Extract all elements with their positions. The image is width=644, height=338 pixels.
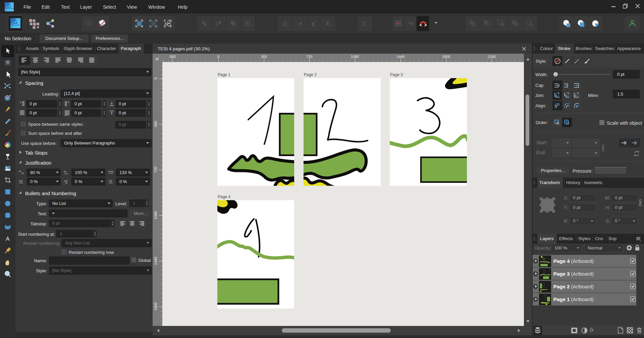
svg-text:Az: Az — [64, 170, 66, 173]
svg-text:Az: Az — [108, 170, 111, 173]
svg-text:Az: Az — [19, 170, 21, 172]
svg-text:AZ: AZ — [108, 179, 112, 183]
svg-text:AZ: AZ — [64, 179, 68, 183]
svg-text:AZ: AZ — [19, 179, 23, 183]
svg-text:Az: Az — [111, 170, 114, 173]
svg-text:Az: Az — [21, 172, 24, 174]
